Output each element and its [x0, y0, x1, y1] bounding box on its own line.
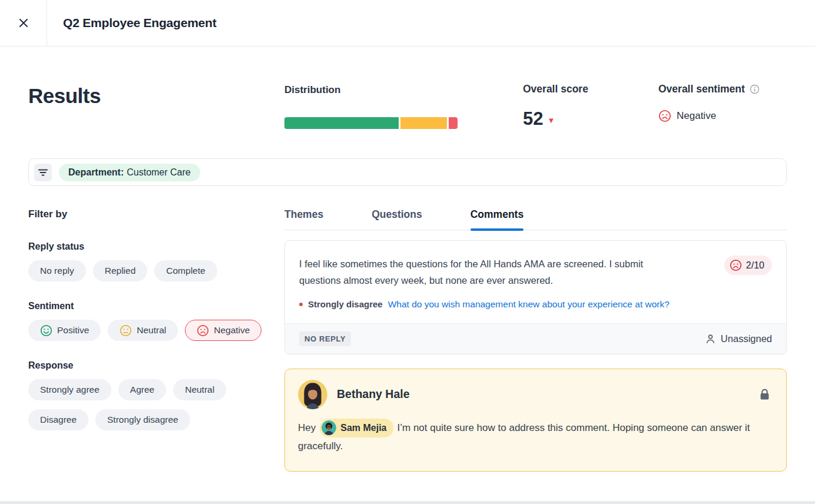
comment-card: I feel like sometimes the questions for …	[284, 240, 787, 354]
filter-pill-positive[interactable]: Positive	[28, 320, 101, 341]
filter-icon[interactable]	[34, 164, 52, 181]
pill-label: Neutral	[137, 325, 166, 336]
pill-label: Positive	[57, 325, 89, 336]
info-icon[interactable]	[750, 84, 760, 94]
reply-message: HeySam MejiaI’m not quite sure how to ad…	[298, 419, 773, 456]
reply-message-prefix: Hey	[298, 422, 316, 433]
mention-avatar	[322, 420, 336, 435]
overall-sentiment-value: Negative	[677, 110, 716, 122]
overall-sentiment-block: Overall sentiment Negative	[658, 83, 760, 122]
filter-pill-neutral-sentiment[interactable]: Neutral	[108, 320, 178, 341]
filter-pill-negative[interactable]: Negative	[185, 320, 261, 341]
response-group-label: Response	[28, 360, 284, 371]
tab-comments[interactable]: Comments	[471, 208, 524, 230]
comment-response-label: Strongly disagree	[308, 299, 383, 309]
results-panel: Themes Questions Comments I feel like so…	[284, 208, 787, 472]
negative-face-icon	[197, 324, 209, 337]
close-button[interactable]	[0, 0, 47, 46]
mention-chip[interactable]: Sam Mejia	[320, 419, 393, 437]
main-content: Results Distribution Overall score 52 ▼ …	[0, 47, 815, 472]
comment-score-badge: 2/10	[724, 256, 772, 275]
negative-face-icon	[730, 259, 742, 271]
filter-pill-replied[interactable]: Replied	[93, 260, 148, 281]
filter-pill-strongly-disagree[interactable]: Strongly disagree	[95, 409, 190, 430]
avatar	[298, 380, 327, 409]
distribution-segment-neutral	[400, 117, 447, 129]
response-options: Strongly agree Agree Neutral Disagree St…	[28, 379, 246, 430]
page-title: Results	[28, 84, 101, 108]
person-icon	[705, 333, 716, 344]
filter-pill-neutral-response[interactable]: Neutral	[173, 379, 226, 400]
results-tabs: Themes Questions Comments	[284, 208, 787, 230]
close-icon	[18, 17, 29, 29]
filter-chip-value: Customer Care	[127, 167, 190, 178]
reply-status-options: No reply Replied Complete	[28, 260, 284, 281]
overall-sentiment-label: Overall sentiment	[658, 83, 745, 95]
filter-pill-strongly-agree[interactable]: Strongly agree	[28, 379, 111, 400]
tab-questions[interactable]: Questions	[372, 208, 422, 230]
score-badge-value: 2/10	[746, 260, 764, 271]
filters-sidebar: Filter by Reply status No reply Replied …	[28, 208, 284, 472]
filter-bar[interactable]: Department: Customer Care	[28, 158, 787, 186]
survey-title: Q2 Employee Engagement	[63, 0, 217, 46]
positive-face-icon	[40, 324, 52, 337]
bottom-edge-strip	[0, 501, 815, 504]
overall-score-value: 52	[523, 108, 543, 130]
topbar: Q2 Employee Engagement	[0, 0, 815, 47]
sentiment-group-label: Sentiment	[28, 301, 284, 311]
distribution-label: Distribution	[284, 84, 458, 96]
negative-face-icon	[658, 110, 671, 122]
filter-pill-complete[interactable]: Complete	[154, 260, 217, 281]
reply-status-group-label: Reply status	[28, 241, 284, 252]
distribution-segment-positive	[284, 117, 399, 129]
assignee-control[interactable]: Unassigned	[705, 333, 772, 344]
tab-themes[interactable]: Themes	[284, 208, 323, 230]
distribution-block: Distribution	[284, 84, 458, 129]
comment-footer: NO REPLY Unassigned	[285, 323, 786, 354]
filter-pill-disagree[interactable]: Disagree	[28, 409, 88, 430]
distribution-segment-negative	[449, 117, 458, 129]
reply-card: Bethany Hale HeySam MejiaI’m not quite s…	[284, 369, 787, 472]
comment-text: I feel like sometimes the questions for …	[299, 256, 673, 289]
trend-down-icon: ▼	[547, 114, 555, 125]
response-bullet-dot	[299, 303, 303, 306]
pill-label: Negative	[214, 325, 250, 336]
filters-title: Filter by	[28, 208, 284, 220]
assignee-label: Unassigned	[721, 333, 772, 344]
lock-icon	[760, 389, 773, 400]
mention-name: Sam Mejia	[340, 420, 386, 436]
filter-pill-no-reply[interactable]: No reply	[28, 260, 86, 281]
reply-author-name: Bethany Hale	[337, 387, 410, 401]
sentiment-options: Positive Neutral Negative	[28, 320, 284, 341]
results-summary: Results Distribution Overall score 52 ▼ …	[28, 47, 787, 158]
distribution-bar	[284, 117, 458, 129]
neutral-face-icon	[120, 324, 132, 337]
department-filter-chip[interactable]: Department: Customer Care	[59, 164, 200, 181]
overall-score-label: Overall score	[523, 83, 588, 95]
filter-pill-agree[interactable]: Agree	[118, 379, 166, 400]
status-badge: NO REPLY	[299, 331, 351, 346]
question-link[interactable]: What do you wish management knew about y…	[388, 299, 670, 310]
filter-chip-label: Department:	[68, 167, 124, 178]
overall-score-block: Overall score 52 ▼	[523, 83, 588, 130]
